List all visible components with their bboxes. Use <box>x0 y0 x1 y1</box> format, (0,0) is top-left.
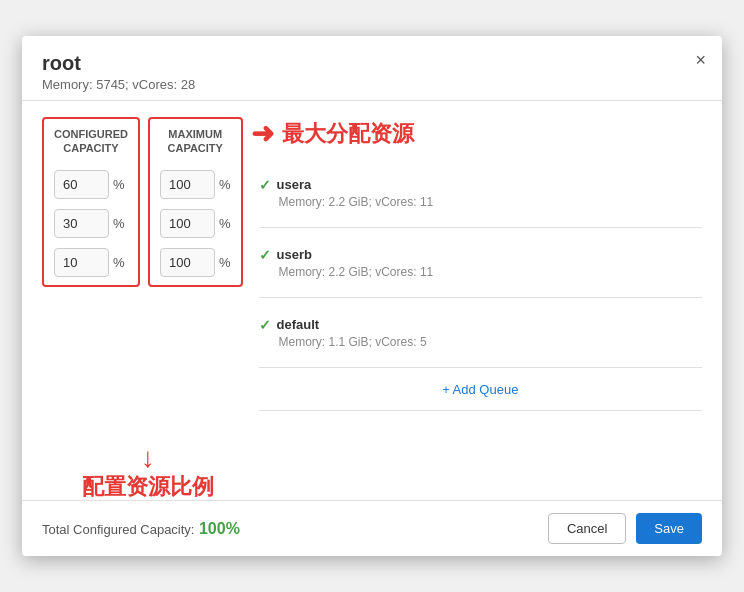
maximum-row-1: % <box>160 170 231 199</box>
configured-row-2: % <box>54 209 128 238</box>
max-pct-label-1: % <box>219 177 231 192</box>
queue-item-usera: ✓ usera Memory: 2.2 GiB; vCores: 11 <box>259 158 702 228</box>
queue-meta-userb: Memory: 2.2 GiB; vCores: 11 <box>259 265 702 279</box>
pct-label-2: % <box>113 216 125 231</box>
queue-name-userb: ✓ userb <box>259 247 702 263</box>
configured-input-3[interactable] <box>54 248 109 277</box>
queue-label-default: default <box>277 317 320 332</box>
cancel-button[interactable]: Cancel <box>548 513 626 544</box>
maximum-input-3[interactable] <box>160 248 215 277</box>
maximum-row-3: % <box>160 248 231 277</box>
max-pct-label-2: % <box>219 216 231 231</box>
footer-buttons: Cancel Save <box>548 513 702 544</box>
capacity-panels: CONFIGUREDCAPACITY % % % MAXIMUMCAPACITY <box>42 117 243 484</box>
maximum-capacity-header: MAXIMUMCAPACITY <box>160 127 231 156</box>
bottom-arrow-icon: ↓ <box>141 444 155 472</box>
dialog: root Memory: 5745; vCores: 28 × CONFIGUR… <box>22 36 722 556</box>
maximum-input-1[interactable] <box>160 170 215 199</box>
pct-label-1: % <box>113 177 125 192</box>
check-icon-userb: ✓ <box>259 247 271 263</box>
save-button[interactable]: Save <box>636 513 702 544</box>
configured-capacity-header: CONFIGUREDCAPACITY <box>54 127 128 156</box>
queue-list: ✓ usera Memory: 2.2 GiB; vCores: 11 ✓ us… <box>243 158 702 484</box>
check-icon-usera: ✓ <box>259 177 271 193</box>
queue-name-usera: ✓ usera <box>259 177 702 193</box>
add-queue-button[interactable]: + Add Queue <box>442 382 518 397</box>
check-icon-default: ✓ <box>259 317 271 333</box>
top-annotation-text: 最大分配资源 <box>282 119 414 149</box>
queue-name-default: ✓ default <box>259 317 702 333</box>
add-queue-row: + Add Queue <box>259 368 702 411</box>
total-label: Total Configured Capacity: <box>42 522 194 537</box>
dialog-header: root Memory: 5745; vCores: 28 × <box>22 36 722 101</box>
queue-item-userb: ✓ userb Memory: 2.2 GiB; vCores: 11 <box>259 228 702 298</box>
queue-label-usera: usera <box>277 177 312 192</box>
dialog-body: CONFIGUREDCAPACITY % % % MAXIMUMCAPACITY <box>22 101 722 500</box>
top-arrow-icon: ➜ <box>251 117 274 150</box>
dialog-title: root <box>42 52 702 75</box>
queue-meta-default: Memory: 1.1 GiB; vCores: 5 <box>259 335 702 349</box>
configured-capacity-panel: CONFIGUREDCAPACITY % % % <box>42 117 140 287</box>
queue-meta-usera: Memory: 2.2 GiB; vCores: 11 <box>259 195 702 209</box>
configured-input-2[interactable] <box>54 209 109 238</box>
total-value: 100% <box>199 520 240 537</box>
maximum-row-2: % <box>160 209 231 238</box>
configured-input-1[interactable] <box>54 170 109 199</box>
dialog-footer: ↓ 配置资源比例 Total Configured Capacity: 100%… <box>22 500 722 556</box>
maximum-input-2[interactable] <box>160 209 215 238</box>
close-button[interactable]: × <box>695 50 706 71</box>
max-pct-label-3: % <box>219 255 231 270</box>
maximum-capacity-panel: MAXIMUMCAPACITY % % % <box>148 117 243 287</box>
pct-label-3: % <box>113 255 125 270</box>
configured-row-1: % <box>54 170 128 199</box>
configured-row-3: % <box>54 248 128 277</box>
bottom-annotation-text: 配置资源比例 <box>82 472 214 502</box>
right-section: ➜ 最大分配资源 ✓ usera Memory: 2.2 GiB; vCores… <box>243 117 702 484</box>
queue-label-userb: userb <box>277 247 312 262</box>
bottom-annotation: ↓ 配置资源比例 <box>82 444 214 502</box>
total-capacity: Total Configured Capacity: 100% <box>42 520 240 538</box>
top-annotation: ➜ 最大分配资源 <box>243 117 702 158</box>
queue-item-default: ✓ default Memory: 1.1 GiB; vCores: 5 <box>259 298 702 368</box>
dialog-subtitle: Memory: 5745; vCores: 28 <box>42 77 702 92</box>
